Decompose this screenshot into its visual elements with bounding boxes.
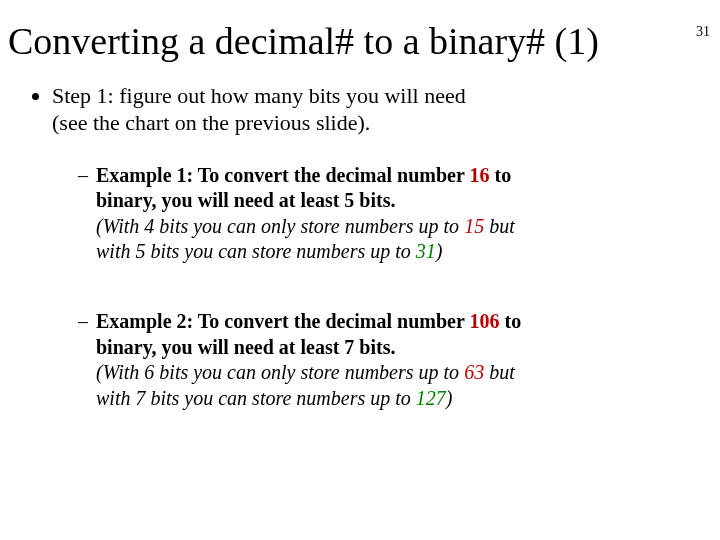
ex1-limit-low: 15 xyxy=(464,215,484,237)
slide: 31 Converting a decimal# to a binary# (1… xyxy=(0,20,720,540)
step-line2: (see the chart on the previous slide). xyxy=(52,110,370,135)
ex2-number: 106 xyxy=(470,310,500,332)
ex1-note: (With 4 bits you can only store numbers … xyxy=(96,215,515,263)
step-line1: Step 1: figure out how many bits you wil… xyxy=(52,83,466,108)
ex1-number: 16 xyxy=(470,164,490,186)
ex1-note-c: ) xyxy=(436,240,443,262)
ex1-lead: Example 1: To convert the decimal number… xyxy=(96,164,511,212)
ex2-note-c: ) xyxy=(446,387,453,409)
ex1-note-a: (With 4 bits you can only store numbers … xyxy=(96,215,464,237)
ex2-lead-a: Example 2: To convert the decimal number xyxy=(96,310,470,332)
ex1-lead-a: Example 1: To convert the decimal number xyxy=(96,164,470,186)
examples-group: Example 1: To convert the decimal number… xyxy=(52,163,600,412)
ex2-limit-high: 127 xyxy=(416,387,446,409)
step-item: Step 1: figure out how many bits you wil… xyxy=(52,82,720,412)
ex2-note-a: (With 6 bits you can only store numbers … xyxy=(96,361,464,383)
ex1-limit-high: 31 xyxy=(416,240,436,262)
bullet-list: Step 1: figure out how many bits you wil… xyxy=(0,82,720,412)
ex2-lead: Example 2: To convert the decimal number… xyxy=(96,310,521,358)
example-1: Example 1: To convert the decimal number… xyxy=(78,163,600,265)
ex2-limit-low: 63 xyxy=(464,361,484,383)
page-number: 31 xyxy=(696,24,710,40)
slide-title: Converting a decimal# to a binary# (1) xyxy=(8,20,712,64)
example-2: Example 2: To convert the decimal number… xyxy=(78,309,600,411)
ex2-note: (With 6 bits you can only store numbers … xyxy=(96,361,515,409)
